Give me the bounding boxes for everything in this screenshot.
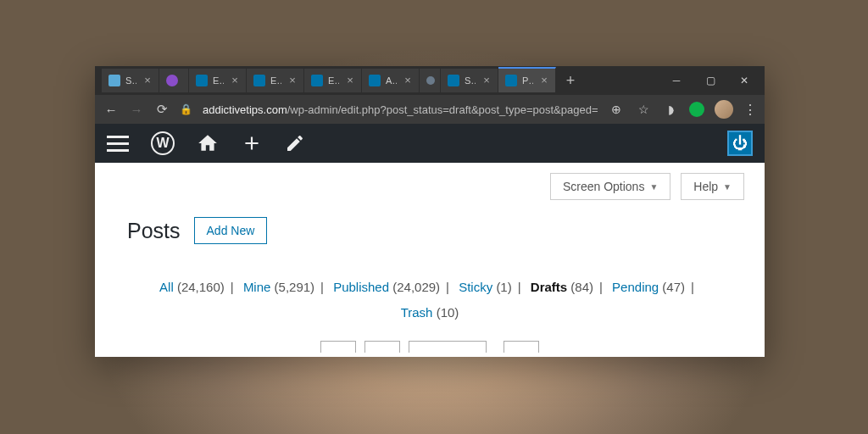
help-button[interactable]: Help▼ — [681, 173, 744, 200]
close-icon[interactable]: × — [481, 75, 492, 86]
chevron-down-icon: ▼ — [649, 182, 658, 192]
filter-drafts[interactable]: Drafts — [531, 280, 567, 294]
screen-options-button[interactable]: Screen Options▼ — [550, 173, 670, 200]
wordpress-toolbar: W ⏻ — [95, 124, 765, 163]
power-icon[interactable]: ⏻ — [727, 131, 753, 156]
add-new-button[interactable]: Add New — [194, 217, 268, 244]
close-icon[interactable]: × — [142, 75, 153, 86]
grammarly-icon[interactable] — [689, 102, 704, 117]
filter-sticky[interactable]: Sticky — [459, 280, 492, 294]
control-box[interactable] — [504, 341, 539, 353]
tab-edit-3[interactable]: Edit× — [304, 69, 362, 92]
close-button[interactable]: ✕ — [727, 68, 761, 93]
maximize-button[interactable]: ▢ — [693, 68, 727, 93]
wordpress-logo-icon[interactable]: W — [151, 131, 175, 155]
add-icon[interactable] — [241, 132, 263, 154]
close-icon[interactable]: × — [344, 75, 356, 86]
page-header: Posts Add New — [95, 210, 765, 251]
control-box[interactable] — [320, 341, 356, 353]
favicon — [166, 75, 178, 86]
edit-icon[interactable] — [285, 133, 305, 153]
favicon — [196, 75, 208, 86]
tab-posts[interactable]: Post× — [498, 67, 556, 92]
favicon — [108, 75, 120, 86]
close-icon[interactable]: × — [402, 75, 414, 86]
tab-search[interactable]: Sear× — [441, 69, 498, 92]
bulk-actions-row — [95, 337, 765, 353]
address-bar: ← → ⟳ 🔒 addictivetips.com/wp-admin/edit.… — [95, 95, 765, 124]
filter-pending[interactable]: Pending — [612, 280, 659, 294]
favicon — [253, 75, 265, 86]
forward-button[interactable]: → — [129, 103, 144, 117]
window-controls: ─ ▢ ✕ — [659, 68, 761, 93]
favicon — [426, 76, 435, 85]
post-status-filters: All (24,160)| Mine (5,291)| Published (2… — [95, 251, 765, 337]
page-title: Posts — [127, 219, 181, 243]
chevron-down-icon: ▼ — [723, 182, 732, 192]
new-tab-button[interactable]: + — [559, 70, 581, 92]
home-icon[interactable] — [197, 132, 219, 154]
tab-purple[interactable] — [159, 69, 189, 92]
tab-strip: Sage× Edit× Edit× Edit× Add× Sear× Post×… — [102, 66, 659, 95]
tab-add[interactable]: Add× — [362, 69, 420, 92]
top-controls: Screen Options▼ Help▼ — [95, 163, 765, 210]
close-icon[interactable]: × — [229, 75, 241, 86]
tab-sage[interactable]: Sage× — [102, 69, 159, 92]
minimize-button[interactable]: ─ — [659, 68, 693, 93]
page-content: Screen Options▼ Help▼ Posts Add New All … — [95, 163, 765, 357]
tab-edit-2[interactable]: Edit× — [247, 69, 304, 92]
favicon — [448, 75, 459, 86]
browser-window: Sage× Edit× Edit× Edit× Add× Sear× Post×… — [95, 66, 765, 357]
control-box[interactable] — [364, 341, 400, 353]
control-box[interactable] — [409, 341, 487, 353]
filter-trash[interactable]: Trash — [401, 305, 433, 320]
lock-icon[interactable]: 🔒 — [180, 103, 192, 115]
tab-edit-1[interactable]: Edit× — [189, 69, 247, 92]
tab-loading[interactable] — [420, 69, 441, 92]
bookmark-icon[interactable]: ☆ — [635, 103, 652, 116]
close-icon[interactable]: × — [287, 75, 298, 86]
url-field[interactable]: addictivetips.com/wp-admin/edit.php?post… — [203, 103, 598, 116]
browser-titlebar: Sage× Edit× Edit× Edit× Add× Sear× Post×… — [95, 66, 765, 95]
close-icon[interactable]: × — [538, 75, 550, 86]
extension-icon[interactable]: ◗ — [662, 103, 679, 116]
favicon — [369, 75, 381, 86]
back-button[interactable]: ← — [103, 103, 119, 117]
reader-icon[interactable]: ⊕ — [608, 103, 625, 116]
menu-icon[interactable]: ⋮ — [743, 102, 756, 118]
filter-mine[interactable]: Mine — [243, 280, 271, 294]
favicon — [505, 75, 517, 86]
reload-button[interactable]: ⟳ — [154, 102, 170, 117]
menu-icon[interactable] — [107, 136, 129, 152]
filter-published[interactable]: Published — [333, 280, 389, 294]
filter-all[interactable]: All — [159, 280, 174, 294]
favicon — [311, 75, 323, 86]
profile-avatar[interactable] — [715, 100, 733, 119]
